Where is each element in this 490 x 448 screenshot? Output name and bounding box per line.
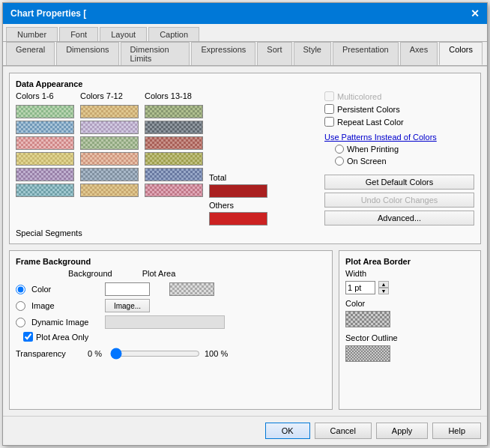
image-radio-row: Image Image... (16, 299, 326, 312)
width-up-button[interactable]: ▲ (378, 281, 389, 288)
transparency-max: 100 % (205, 349, 228, 358)
multicolored-label: Multicolored (337, 92, 381, 101)
total-col-label: Total (209, 173, 267, 182)
apply-button[interactable]: Apply (376, 423, 429, 439)
others-swatch[interactable] (209, 212, 267, 225)
color-swatch-17[interactable] (145, 168, 203, 181)
sector-outline-swatch[interactable] (345, 345, 390, 362)
on-screen-row: On Screen (335, 157, 474, 166)
options-panel: Multicolored Persistent Colors Repeat La… (324, 91, 474, 225)
tab-general[interactable]: General (6, 42, 55, 65)
repeat-last-color-label: Repeat Last Color (337, 118, 404, 127)
transparency-slider[interactable] (110, 348, 200, 360)
repeat-last-color-checkbox[interactable] (324, 117, 334, 127)
persistent-colors-checkbox[interactable] (324, 104, 334, 114)
tabs-bottom-row: General Dimensions Dimension Limits Expr… (3, 42, 487, 66)
tab-dimensions[interactable]: Dimensions (56, 42, 118, 65)
dynamic-image-label: Dynamic Image (31, 318, 99, 327)
transparency-label: Transparency (16, 349, 83, 358)
pab-color-swatch[interactable] (345, 311, 390, 327)
on-screen-radio[interactable] (335, 157, 344, 166)
tab-number[interactable]: Number (6, 27, 58, 41)
tab-expressions[interactable]: Expressions (191, 42, 255, 65)
color-swatch-10[interactable] (80, 152, 139, 166)
color-swatch-8[interactable] (80, 121, 139, 134)
width-label: Width (345, 269, 474, 278)
total-swatch[interactable] (209, 184, 267, 198)
color-swatch-3[interactable] (16, 136, 74, 150)
colors-7-12-col: Colors 7-12 (80, 91, 139, 225)
tab-sort[interactable]: Sort (257, 42, 291, 65)
tabs-top-row: Number Font Layout Caption (3, 24, 487, 42)
dynamic-image-input[interactable] (105, 315, 225, 329)
data-appearance-section: Data Appearance Colors 1-6 (9, 73, 481, 244)
on-screen-label: On Screen (347, 157, 387, 166)
tab-layout[interactable]: Layout (100, 27, 147, 41)
width-input[interactable] (345, 281, 375, 294)
tabs-container: Number Font Layout Caption General Dimen… (3, 24, 487, 67)
cancel-button[interactable]: Cancel (315, 423, 372, 439)
when-printing-row: When Printing (335, 145, 474, 154)
color-swatch-9[interactable] (80, 136, 139, 150)
footer: OK Cancel Apply Help (3, 416, 487, 445)
plot-area-border-label: Plot Area Border (345, 257, 474, 266)
plot-area-col-label: Plot Area (142, 269, 176, 278)
image-button[interactable]: Image... (105, 299, 150, 312)
colors-7-12-label: Colors 7-12 (80, 91, 139, 100)
plot-area-only-checkbox[interactable] (23, 332, 33, 342)
tab-axes[interactable]: Axes (400, 42, 438, 65)
title-bar: Chart Properties [ ✕ (3, 3, 487, 24)
multicolored-checkbox[interactable] (324, 91, 334, 101)
plot-area-only-row: Plot Area Only (23, 332, 326, 342)
use-patterns-label[interactable]: Use Patterns Instead of Colors (324, 133, 437, 142)
dynamic-image-radio[interactable] (16, 318, 25, 327)
when-printing-label: When Printing (347, 145, 399, 154)
color-swatch-7[interactable] (80, 105, 139, 118)
color-swatch-14[interactable] (145, 121, 203, 134)
special-segments-label: Special Segments (16, 228, 91, 237)
color-swatch-18[interactable] (145, 184, 203, 197)
plot-area-border-section: Plot Area Border Width ▲ ▼ Color Sector … (339, 250, 481, 410)
color-swatch-12[interactable] (80, 184, 139, 197)
tab-style[interactable]: Style (294, 42, 331, 65)
color-swatch-15[interactable] (145, 136, 203, 150)
data-appearance-label: Data Appearance (16, 79, 474, 88)
repeat-last-color-row: Repeat Last Color (324, 117, 474, 127)
close-icon[interactable]: ✕ (471, 7, 480, 19)
color-radio-row: Color (16, 282, 326, 296)
color-swatch-11[interactable] (80, 168, 139, 181)
tab-caption[interactable]: Caption (148, 27, 199, 41)
color-swatch-2[interactable] (16, 121, 74, 134)
width-down-button[interactable]: ▼ (378, 288, 389, 294)
undo-color-changes-button[interactable]: Undo Color Changes (324, 193, 474, 208)
background-color-swatch[interactable] (105, 282, 150, 296)
color-radio-label: Color (31, 285, 99, 294)
plot-area-color-swatch[interactable] (169, 282, 214, 296)
get-default-colors-button[interactable]: Get Default Colors (324, 175, 474, 190)
width-spinner: ▲ ▼ (378, 281, 389, 294)
color-swatch-1[interactable] (16, 105, 74, 118)
color-swatch-13[interactable] (145, 105, 203, 118)
color-swatch-5[interactable] (16, 168, 74, 181)
frame-background-section: Frame Background Background Plot Area Co… (9, 250, 333, 410)
color-swatch-4[interactable] (16, 152, 74, 166)
help-button[interactable]: Help (432, 423, 481, 439)
width-field: ▲ ▼ (345, 281, 474, 294)
tab-colors[interactable]: Colors (439, 42, 483, 65)
tab-dimension-limits[interactable]: Dimension Limits (121, 42, 190, 65)
when-printing-radio[interactable] (335, 145, 344, 154)
colors-1-6-label: Colors 1-6 (16, 91, 74, 100)
color-radio[interactable] (16, 285, 25, 294)
ok-button[interactable]: OK (265, 423, 310, 439)
tab-presentation[interactable]: Presentation (333, 42, 399, 65)
bottom-section: Frame Background Background Plot Area Co… (9, 250, 481, 410)
pab-color-label: Color (345, 299, 474, 308)
advanced-button[interactable]: Advanced... (324, 211, 474, 225)
others-col-label: Others (209, 201, 267, 210)
colors-1-6-col: Colors 1-6 (16, 91, 74, 225)
color-swatch-6[interactable] (16, 184, 74, 197)
sector-outline-label: Sector Outline (345, 333, 474, 342)
color-swatch-16[interactable] (145, 152, 203, 166)
tab-font[interactable]: Font (59, 27, 98, 41)
image-radio[interactable] (16, 301, 25, 311)
